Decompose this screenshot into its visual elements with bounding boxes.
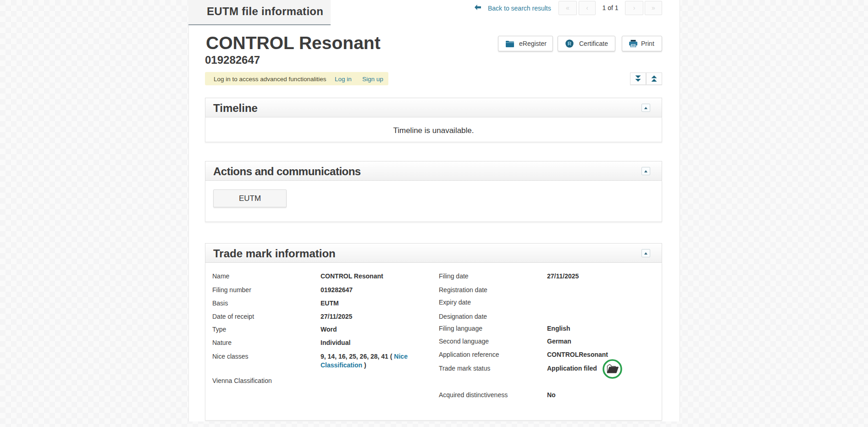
svg-text:R: R	[568, 41, 572, 46]
